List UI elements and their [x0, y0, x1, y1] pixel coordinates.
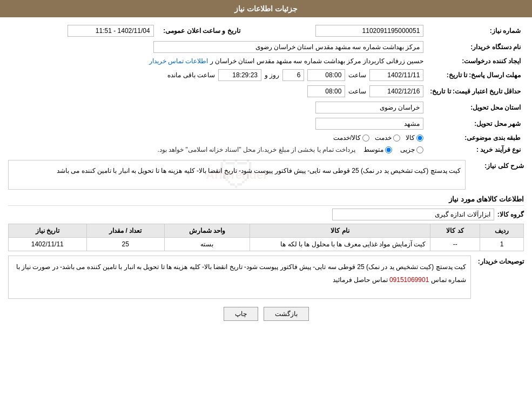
info-grid: شماره نیاز: تاریخ و ساعت اعلان عمومی: نا… [8, 23, 524, 156]
mohlat-time-label: ساعت [348, 71, 366, 79]
value-ijad: حسین زرفانی کاربرداز مرکز بهداشت شماره س… [8, 55, 427, 67]
label-hadaghal: حداقل تاریخ اعتبار قیمت: تا تاریخ: [427, 83, 524, 99]
radio-kala-label[interactable]: کالا [406, 134, 423, 142]
row-namdastgah: نام دستگاه خریدار: [8, 39, 524, 55]
value-namdastgah [8, 39, 427, 55]
label-noe: نوع فرآیند خرید : [427, 144, 524, 156]
radio-kala-khadamat[interactable] [362, 135, 369, 142]
kala-section-title: اطلاعات کالاهای مورد نیاز [8, 195, 524, 206]
bottom-buttons: بازگشت چاپ [8, 307, 524, 321]
input-group-kala[interactable] [332, 209, 494, 220]
link-tamas[interactable]: اطلاعات تماس خریدار [149, 57, 208, 65]
radio-jadri-label[interactable]: جزیی [400, 146, 423, 153]
th-kod: کد کالا [430, 224, 480, 238]
mohlat-baqi-label: ساعت باقی مانده [167, 71, 215, 79]
page-header: جزئیات اطلاعات نیاز [0, 0, 532, 17]
value-tabaghe: کالا خدمت کالا/خدمت [8, 132, 427, 144]
page-wrapper: جزئیات اطلاعات نیاز شماره نیاز: تاریخ و … [0, 0, 532, 396]
th-tarikh: تاریخ نیاز [9, 224, 87, 238]
input-hadaghal-time[interactable] [307, 85, 345, 97]
sharh-label: شرح کلی نیاز: [470, 160, 524, 170]
th-vahed: واحد شمارش [164, 224, 250, 238]
value-hadaghal: ساعت [8, 83, 427, 99]
radio-jadri-text: جزیی [400, 146, 415, 153]
tavsiyeh-section: توصیحات خریدار: کیت پدستچ (کیت تشخیص ید … [8, 256, 524, 299]
input-namdastgah[interactable] [153, 41, 423, 53]
radio-khadamat[interactable] [393, 135, 400, 142]
label-namdastgah: نام دستگاه خریدار: [427, 39, 524, 55]
cell-nam: کیت آزمایش مواد غذایی معرف ها با محلول ه… [250, 238, 430, 251]
cell-vahed: بسته [164, 238, 250, 251]
group-kala-row: گروه کالا: [8, 209, 524, 220]
value-tarikh [8, 23, 157, 39]
input-shomare[interactable] [315, 25, 423, 37]
value-shomare [244, 23, 427, 39]
input-mohlat-baqi[interactable] [218, 69, 261, 81]
input-ostan[interactable] [315, 102, 423, 113]
radio-kala-khadamat-text: کالا/خدمت [333, 134, 361, 142]
input-tarikh[interactable] [68, 25, 154, 37]
tavsiyeh-text: کیت پدستچ (کیت تشخیص ید در نمک) 25 قوطی … [16, 263, 466, 284]
cell-radif: 1 [480, 238, 524, 251]
th-radif: ردیف [480, 224, 524, 238]
radio-khadamat-label[interactable]: خدمت [375, 134, 400, 142]
row-shahr: شهر محل تحویل: [8, 116, 524, 132]
input-mohlat-date[interactable] [369, 69, 423, 81]
row-shomare-tarikh: شماره نیاز: تاریخ و ساعت اعلان عمومی: [8, 23, 524, 39]
th-nam: نام کالا [250, 224, 430, 238]
hadaghal-time-label: ساعت [348, 88, 366, 95]
row-mohlat: مهلت ارسال پاسخ: تا تاریخ: ساعت روز و سا… [8, 67, 524, 83]
goods-table-head: ردیف کد کالا نام کالا واحد شمارش تعداد /… [9, 224, 524, 238]
farayand-note: پرداخت تمام یا بخشی از مبلغ خرید،از محل … [157, 146, 355, 153]
input-mohlat-roz[interactable] [282, 69, 304, 81]
radio-kala[interactable] [416, 135, 423, 142]
tavsiyeh-label: توصیحات خریدار: [475, 256, 524, 265]
value-noe: جزیی متوسط پرداخت تمام یا بخشی از مبلغ خ… [8, 144, 427, 156]
th-tedad: تعداد / مقدار [86, 224, 164, 238]
goods-header-row: ردیف کد کالا نام کالا واحد شمارش تعداد /… [9, 224, 524, 238]
page-title: جزئیات اطلاعات نیاز [234, 4, 298, 13]
cell-tarikh: 1402/11/11 [9, 238, 87, 251]
tavsiyeh-box: کیت پدستچ (کیت تشخیص ید در نمک) 25 قوطی … [8, 256, 471, 299]
value-ostan [8, 99, 427, 116]
radio-motavasset[interactable] [385, 146, 392, 153]
radio-kala-text: کالا [406, 134, 415, 142]
row-tabaghe: طبقه بندی موضوعی: کالا خدمت [8, 132, 524, 144]
label-tabaghe: طبقه بندی موضوعی: [427, 132, 524, 144]
group-kala-label: گروه کالا: [497, 211, 524, 218]
goods-table-body: 1 -- کیت آزمایش مواد غذایی معرف ها با مح… [9, 238, 524, 251]
input-mohlat-time[interactable] [307, 69, 345, 81]
sharh-section: شرح کلی نیاز: 🛡 AriaTender کیت پدستچ (کی… [8, 160, 524, 190]
row-hadaghal: حداقل تاریخ اعتبار قیمت: تا تاریخ: ساعت [8, 83, 524, 99]
cell-kod: -- [430, 238, 480, 251]
goods-table: ردیف کد کالا نام کالا واحد شمارش تعداد /… [8, 224, 524, 251]
input-shahr[interactable] [315, 118, 423, 130]
bazgasht-button[interactable]: بازگشت [264, 307, 309, 321]
mohlat-roz-label: روز و [265, 71, 279, 79]
ijad-text: حسین زرفانی کاربرداز مرکز بهداشت شماره س… [210, 57, 424, 65]
radio-khadamat-text: خدمت [375, 134, 392, 142]
label-shahr: شهر محل تحویل: [427, 116, 524, 132]
chap-button[interactable]: چاپ [224, 307, 258, 321]
label-tarikh: تاریخ و ساعت اعلان عمومی: [157, 23, 244, 39]
row-noe-farayand: نوع فرآیند خرید : جزیی متوسط پرداخت تمام… [8, 144, 524, 156]
tavsiyeh-phone: 09151069901 [389, 276, 429, 284]
label-mohlat: مهلت ارسال پاسخ: تا تاریخ: [427, 67, 524, 83]
radio-motavasset-label[interactable]: متوسط [363, 146, 392, 153]
label-shomare: شماره نیاز: [427, 23, 524, 39]
label-ijad: ایجاد کننده درخواست: [427, 55, 524, 67]
radio-motavasset-text: متوسط [363, 146, 383, 153]
input-hadaghal-date[interactable] [369, 85, 423, 97]
sharh-value: کیت پدستچ (کیت تشخیص ید در نمک) 25 قوطی … [13, 165, 461, 177]
row-ostan: استان محل تحویل: [8, 99, 524, 116]
label-ostan: استان محل تحویل: [427, 99, 524, 116]
value-shahr [8, 116, 427, 132]
cell-tedad: 25 [86, 238, 164, 251]
sharh-box: 🛡 AriaTender کیت پدستچ (کیت تشخیص ید در … [8, 160, 466, 190]
table-row: 1 -- کیت آزمایش مواد غذایی معرف ها با مح… [9, 238, 524, 251]
radio-kala-khadamat-label[interactable]: کالا/خدمت [333, 134, 369, 142]
row-ijad: ایجاد کننده درخواست: حسین زرفانی کاربردا… [8, 55, 524, 67]
radio-jadri[interactable] [416, 146, 423, 153]
main-content: شماره نیاز: تاریخ و ساعت اعلان عمومی: نا… [0, 17, 532, 332]
value-mohlat: ساعت روز و ساعت باقی مانده [8, 67, 427, 83]
